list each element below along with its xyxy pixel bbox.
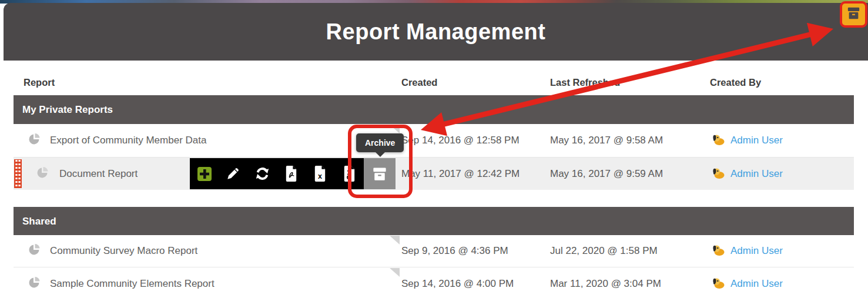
pie-chart-icon (28, 276, 41, 292)
created-by-link[interactable]: Admin User (730, 278, 783, 290)
tooltip-caret (376, 152, 385, 157)
tooltip-label: Archive (365, 138, 395, 148)
cell-corner-marker (390, 236, 400, 247)
section-header-my-private-reports: My Private Reports (14, 95, 854, 124)
created-by-link[interactable]: Admin User (730, 135, 783, 146)
add-button[interactable] (192, 158, 217, 189)
last-refreshed-date: May 16, 2017 @ 9:59 AM (550, 168, 663, 180)
admin-user-avatar (712, 133, 725, 148)
archive-box-icon (371, 165, 388, 183)
report-name: Sample Community Elements Report (50, 278, 215, 290)
last-refreshed-date: Mar 11, 2020 @ 3:04 PM (550, 278, 661, 290)
drag-handle[interactable] (14, 159, 22, 190)
archive-tooltip: Archive (356, 133, 404, 152)
archive-toggle-button[interactable] (840, 1, 867, 28)
report-name: Community Survey Macro Report (50, 245, 197, 257)
section-label: Shared (22, 216, 56, 227)
admin-user-avatar (712, 276, 725, 292)
report-row-document-report[interactable]: Document Report (14, 158, 854, 190)
created-date: Sep 14, 2016 @ 4:00 PM (401, 278, 514, 290)
file-pdf-icon (284, 165, 299, 182)
column-header-report: Report (24, 77, 55, 88)
last-refreshed-date: Jul 22, 2020 @ 1:58 PM (550, 245, 658, 257)
row-hover-toolbar: x (190, 158, 364, 189)
report-row-sample-community-elements-report[interactable]: Sample Community Elements Report Sep 14,… (14, 267, 854, 298)
file-zip-icon (342, 165, 357, 182)
plus-icon (197, 166, 212, 182)
archive-button[interactable] (364, 158, 396, 189)
report-name: Document Report (59, 168, 138, 180)
column-header-created-by: Created By (710, 77, 761, 88)
edit-button[interactable] (221, 158, 246, 189)
pie-chart-icon (28, 133, 41, 148)
page-header: Report Management (4, 3, 868, 61)
report-name: Export of Community Member Data (50, 135, 206, 146)
pencil-icon (226, 166, 240, 181)
pie-chart-icon (28, 243, 41, 259)
export-pdf-button[interactable] (279, 158, 304, 189)
report-row-community-survey-macro-report[interactable]: Community Survey Macro Report Sep 9, 201… (14, 235, 854, 267)
refresh-button[interactable] (250, 158, 274, 189)
report-row-export-of-community-member-data[interactable]: Export of Community Member Data Sep 14, … (14, 124, 854, 158)
column-header-last-refreshed: Last Refreshed (550, 77, 620, 88)
export-zip-button[interactable] (337, 158, 361, 189)
export-excel-button[interactable]: x (308, 158, 333, 189)
file-excel-icon: x (313, 165, 327, 182)
created-date: May 11, 2017 @ 12:42 PM (401, 168, 520, 180)
column-header-created: Created (401, 77, 437, 88)
created-by-link[interactable]: Admin User (730, 168, 783, 180)
admin-user-avatar (712, 243, 725, 259)
cell-corner-marker (390, 268, 400, 279)
refresh-icon (254, 166, 270, 182)
svg-text:x: x (318, 172, 322, 180)
section-header-shared: Shared (14, 207, 854, 236)
admin-user-avatar (712, 166, 725, 182)
created-date: Sep 14, 2016 @ 12:58 PM (401, 135, 520, 146)
archive-box-icon (845, 5, 862, 24)
last-refreshed-date: May 16, 2017 @ 9:58 AM (550, 135, 663, 146)
page-title: Report Management (326, 19, 546, 45)
created-date: Sep 9, 2016 @ 4:36 PM (401, 245, 508, 257)
pie-chart-icon (36, 166, 49, 182)
section-label: My Private Reports (22, 104, 113, 116)
created-by-link[interactable]: Admin User (730, 245, 783, 257)
